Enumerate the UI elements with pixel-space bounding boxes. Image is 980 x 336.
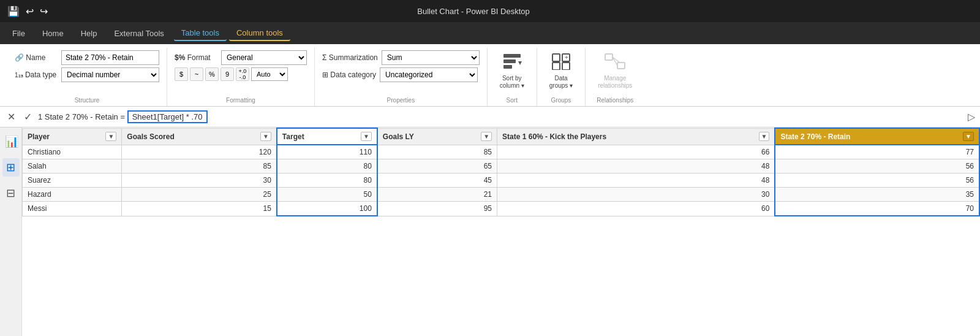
svg-rect-6 [552,63,560,70]
table-row: Messi15100956070 [23,202,980,216]
sidebar-data-icon[interactable]: ⊞ [2,158,20,177]
cell-goals: 15 [122,202,277,216]
summarization-row: Σ Summarization Sum [322,50,480,65]
title-bar: 💾 ↩ ↪ Bullet Chart - Power BI Desktop [0,0,980,22]
menu-home[interactable]: Home [35,26,71,40]
svg-rect-4 [552,54,560,61]
col-dropdown-state2[interactable]: ▼ [963,132,974,141]
manage-relationships-btn[interactable]: Managerelationships [593,50,637,92]
main-wrapper: Player ▼ Goals Scored ▼ [22,128,980,216]
col-header-state2: State 2 70% - Retain ▼ [775,128,979,145]
table-row: Suarez3080454856 [23,174,980,188]
col-label-goals: Goals Scored [127,132,174,141]
col-label-goalsly: Goals LY [383,132,414,141]
format-select[interactable]: General [221,50,307,65]
svg-rect-2 [503,65,512,69]
cell-state1: 48 [497,174,775,188]
cell-player: Messi [23,202,122,216]
data-groups-btn[interactable]: + Datagroups ▾ [545,50,578,92]
cell-player: Christiano [23,145,122,159]
format-dollar-btn[interactable]: $ [175,67,188,81]
cell-state2: 56 [775,174,979,188]
ribbon: 🔗 Name 1₂₃ Data type Decimal number Stru… [0,44,980,107]
manage-relationships-label: Managerelationships [598,75,632,90]
name-label: 🔗 Name [15,53,58,62]
cell-state2: 56 [775,159,979,174]
sort-group-label: Sort [495,94,529,104]
formula-highlighted: Sheet1[Target] * .70 [127,110,208,123]
table-row: Hazard2550213035 [23,188,980,202]
ribbon-group-structure: 🔗 Name 1₂₃ Data type Decimal number Stru… [7,48,167,106]
groups-group-label: Groups [545,94,578,104]
data-groups-icon: + [551,53,571,74]
format-comma-btn[interactable]: 9 [221,67,234,81]
svg-rect-1 [503,59,516,63]
datatype-label: 1₂₃ Data type [15,71,58,79]
menu-bar: File Home Help External Tools Table tool… [0,22,980,44]
undo-icon[interactable]: ↩ [26,6,34,17]
svg-text:+: + [565,54,568,61]
table-header-row: Player ▼ Goals Scored ▼ [23,128,980,145]
col-dropdown-goals[interactable]: ▼ [260,132,271,141]
datatype-select[interactable]: Decimal number [61,67,159,82]
ribbon-group-groups: + Datagroups ▾ Groups [537,48,586,106]
sort-icon [502,53,522,74]
cell-target: 50 [277,188,377,202]
format-decimal-btn[interactable]: +.0-.0 [236,67,249,81]
formula-confirm-icon[interactable]: ✓ [21,110,34,124]
col-label-player: Player [28,132,50,141]
svg-rect-7 [562,63,570,70]
col-dropdown-state1[interactable]: ▼ [759,132,770,141]
col-dropdown-target[interactable]: ▼ [361,132,372,141]
cell-goals: 85 [122,159,277,174]
format-percent-btn[interactable]: % [205,67,219,81]
ribbon-group-relationships: Managerelationships Relationships [586,48,644,106]
svg-rect-0 [503,54,521,58]
title-bar-left: 💾 ↩ ↪ [7,6,48,17]
cell-state1: 30 [497,188,775,202]
cell-state1: 48 [497,159,775,174]
datacategory-row: ⊞ Data category Uncategorized [322,67,478,82]
cell-target: 100 [277,202,377,216]
app-title: Bullet Chart - Power BI Desktop [417,7,530,16]
properties-group-label: Properties [322,94,480,104]
col-dropdown-goalsly[interactable]: ▼ [481,132,492,141]
table-body: Christiano120110856677Salah8580654856Sua… [23,145,980,216]
name-input[interactable] [61,50,159,65]
formula-cancel-icon[interactable]: ✕ [5,110,18,124]
auto-select[interactable]: Auto [251,67,288,81]
cell-goalsly: 21 [377,188,497,202]
sort-by-column-btn[interactable]: Sort bycolumn ▾ [495,50,529,92]
col-header-state1: State 1 60% - Kick the Players ▼ [497,128,775,145]
table-row: Christiano120110856677 [23,145,980,159]
cell-goalsly: 95 [377,202,497,216]
cell-target: 80 [277,159,377,174]
datacategory-label: ⊞ Data category [322,71,376,79]
structure-group-label: Structure [15,94,159,104]
main-content: Player ▼ Goals Scored ▼ [22,128,980,336]
cell-state1: 60 [497,202,775,216]
sidebar-report-icon[interactable]: 📊 [2,132,20,151]
menu-table-tools[interactable]: Table tools [174,26,227,41]
relationships-group-label: Relationships [593,94,637,104]
menu-help[interactable]: Help [74,26,105,40]
col-label-target: Target [282,132,304,141]
save-icon[interactable]: 💾 [7,6,20,17]
data-table: Player ▼ Goals Scored ▼ [22,128,980,216]
ribbon-group-properties: Σ Summarization Sum ⊞ Data category Unca… [315,48,488,106]
col-header-goalsly: Goals LY ▼ [377,128,497,145]
ribbon-datatype-row: 1₂₃ Data type Decimal number [15,67,159,82]
datacategory-select[interactable]: Uncategorized [380,67,478,82]
menu-file[interactable]: File [5,26,32,40]
col-dropdown-player[interactable]: ▼ [105,132,116,141]
sidebar-model-icon[interactable]: ⊟ [2,184,20,202]
redo-icon[interactable]: ↪ [40,6,48,17]
format-tilde-btn[interactable]: ~ [190,67,203,81]
cell-state1: 66 [497,145,775,159]
menu-external-tools[interactable]: External Tools [107,26,171,40]
summarization-select[interactable]: Sum [382,50,480,65]
summarization-label: Σ Summarization [322,53,378,62]
format-row1: $% Format General [175,50,307,65]
svg-rect-9 [605,54,612,60]
menu-column-tools[interactable]: Column tools [229,26,290,41]
